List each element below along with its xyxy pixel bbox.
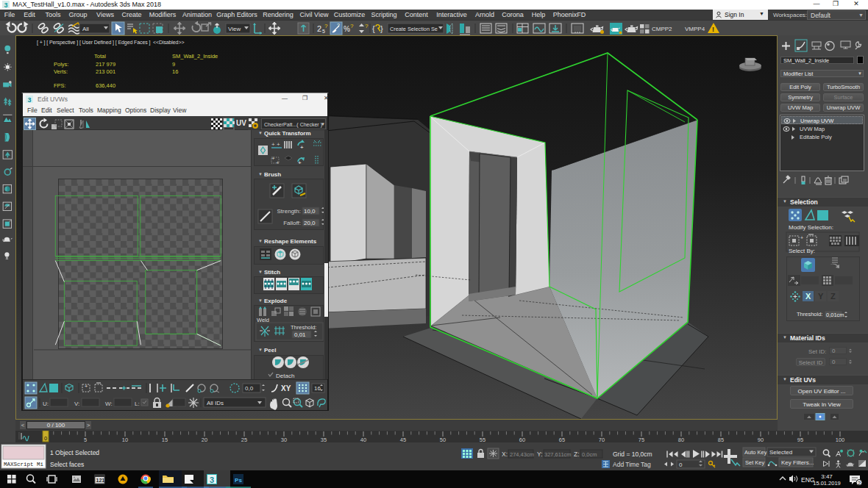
svg-text:2: 2 bbox=[317, 24, 321, 33]
svg-text:XY: XY bbox=[281, 384, 291, 392]
svg-text:+: + bbox=[276, 159, 280, 166]
svg-text:CMPP2: CMPP2 bbox=[652, 26, 672, 32]
svg-text:W:: W: bbox=[105, 401, 113, 407]
svg-text:U:: U: bbox=[43, 401, 49, 407]
svg-text:Auto Key: Auto Key bbox=[744, 449, 767, 456]
svg-text:Z:: Z: bbox=[574, 451, 580, 458]
svg-text:Falloff:: Falloff: bbox=[283, 220, 301, 226]
svg-text:View: View bbox=[228, 26, 241, 32]
svg-text:3:47: 3:47 bbox=[821, 473, 833, 480]
svg-text:40: 40 bbox=[360, 437, 366, 443]
svg-text:Set Key: Set Key bbox=[745, 459, 765, 466]
svg-text:1 Object Selected: 1 Object Selected bbox=[50, 449, 99, 456]
svg-text:0: 0 bbox=[679, 462, 683, 468]
svg-text:L:: L: bbox=[135, 401, 140, 407]
svg-text:+: + bbox=[298, 159, 302, 166]
svg-text:+: + bbox=[800, 235, 803, 240]
svg-text:Threshold:: Threshold: bbox=[291, 324, 316, 331]
svg-text:0,0cm: 0,0cm bbox=[582, 451, 597, 458]
svg-text:+: + bbox=[300, 144, 304, 151]
svg-text:2: 2 bbox=[858, 480, 861, 487]
svg-text:All IDs: All IDs bbox=[207, 400, 224, 406]
svg-text:Create Selection Se: Create Selection Se bbox=[390, 26, 438, 32]
svg-text:35: 35 bbox=[321, 437, 327, 443]
svg-text:75: 75 bbox=[638, 437, 644, 443]
svg-text:16: 16 bbox=[314, 385, 321, 392]
svg-text:X:: X: bbox=[502, 451, 508, 458]
svg-text:70: 70 bbox=[599, 437, 605, 443]
svg-text:30: 30 bbox=[281, 437, 287, 443]
svg-text:274,43cm: 274,43cm bbox=[510, 451, 534, 458]
svg-text:?: ? bbox=[337, 23, 340, 28]
svg-text:Y:: Y: bbox=[537, 451, 543, 458]
svg-text:Detach: Detach bbox=[276, 373, 294, 379]
svg-text:0: 0 bbox=[44, 435, 47, 442]
svg-text:0,01cm: 0,01cm bbox=[826, 312, 844, 318]
svg-text:3: 3 bbox=[4, 1, 7, 9]
svg-text:Y: Y bbox=[818, 292, 824, 301]
svg-text:65: 65 bbox=[559, 437, 565, 443]
svg-text:%: % bbox=[344, 25, 350, 33]
svg-text:Threshold:: Threshold: bbox=[797, 311, 822, 317]
svg-text:5: 5 bbox=[322, 29, 325, 34]
svg-text:+: + bbox=[271, 155, 275, 162]
svg-text:Z: Z bbox=[830, 292, 836, 301]
svg-text:3: 3 bbox=[210, 476, 214, 484]
svg-text:5: 5 bbox=[84, 437, 87, 443]
svg-text:Select faces: Select faces bbox=[50, 461, 84, 468]
svg-text:0,0: 0,0 bbox=[245, 385, 254, 392]
svg-text:!: ! bbox=[712, 26, 714, 33]
svg-text:Grid = 10,0cm: Grid = 10,0cm bbox=[613, 451, 652, 458]
svg-text:?: ? bbox=[324, 23, 328, 29]
svg-text:3: 3 bbox=[27, 96, 31, 104]
svg-text:?: ? bbox=[365, 23, 369, 29]
svg-text:X: X bbox=[805, 292, 811, 301]
svg-text:95: 95 bbox=[797, 437, 803, 443]
svg-text:MAXScript Mi: MAXScript Mi bbox=[4, 462, 44, 467]
svg-text:25: 25 bbox=[241, 437, 247, 443]
svg-text:Select By:: Select By: bbox=[789, 248, 815, 254]
svg-text:121: 121 bbox=[96, 478, 105, 483]
svg-text:10,0: 10,0 bbox=[304, 208, 316, 215]
svg-text:85: 85 bbox=[718, 437, 724, 443]
svg-text:?: ? bbox=[350, 23, 354, 29]
svg-text:Add Time Tag: Add Time Tag bbox=[613, 461, 651, 468]
svg-text:VMPP4: VMPP4 bbox=[685, 26, 705, 32]
svg-text:15.01.2019: 15.01.2019 bbox=[813, 480, 841, 487]
svg-text:80: 80 bbox=[678, 437, 684, 443]
svg-text:100: 100 bbox=[836, 437, 845, 443]
svg-text:V:: V: bbox=[74, 401, 79, 407]
svg-text:10: 10 bbox=[122, 437, 128, 443]
svg-text:+: + bbox=[85, 383, 88, 390]
svg-text:Ps: Ps bbox=[235, 477, 242, 484]
svg-text:Key Filters...: Key Filters... bbox=[781, 459, 814, 466]
svg-text:327,611cm: 327,611cm bbox=[544, 451, 572, 458]
svg-text:60: 60 bbox=[519, 437, 525, 443]
svg-text:+ +: + + bbox=[271, 141, 280, 148]
svg-text:Strength:: Strength: bbox=[277, 208, 301, 215]
svg-text:20,0: 20,0 bbox=[304, 220, 316, 226]
svg-text:90: 90 bbox=[758, 437, 764, 443]
svg-text:50: 50 bbox=[440, 437, 446, 443]
svg-text:15: 15 bbox=[162, 437, 168, 443]
svg-text:0,01: 0,01 bbox=[294, 331, 306, 338]
svg-text:Modify Selection:: Modify Selection: bbox=[789, 224, 833, 231]
svg-text:}: } bbox=[380, 24, 383, 33]
svg-text:All: All bbox=[82, 26, 89, 32]
svg-text:Selected: Selected bbox=[769, 449, 792, 456]
svg-text:45: 45 bbox=[400, 437, 406, 443]
svg-text:20: 20 bbox=[202, 437, 207, 443]
svg-text:55: 55 bbox=[480, 437, 485, 443]
svg-text:{: { bbox=[372, 24, 375, 33]
